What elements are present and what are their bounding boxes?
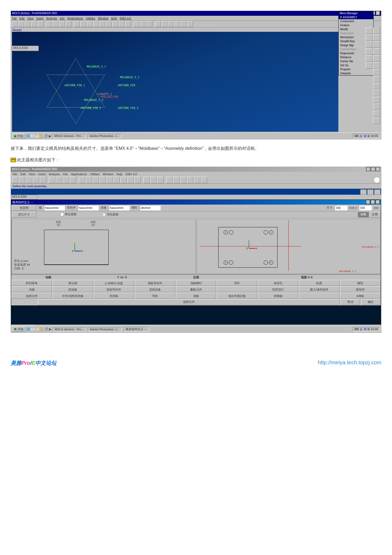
toolbar-button[interactable] — [146, 21, 152, 27]
right-tool-button[interactable] — [366, 41, 373, 48]
menu-manager-active[interactable]: ▼ ASSEMBLY — [339, 15, 373, 19]
menu-emx[interactable]: EMX 4.0 — [126, 173, 137, 176]
btn-new-assembly[interactable]: 新组件 — [340, 286, 381, 292]
toolbar-button[interactable] — [12, 177, 18, 183]
emx-button[interactable] — [367, 189, 374, 195]
toolbar-button[interactable] — [157, 177, 164, 183]
mm-item-feature[interactable]: Feature — [339, 23, 373, 27]
menu-file[interactable]: File — [12, 17, 17, 20]
right-tool-button[interactable] — [373, 69, 380, 75]
toolbar-button[interactable] — [25, 21, 31, 27]
mm-item-integrate[interactable]: Integrate — [339, 71, 373, 75]
menu-edit[interactable]: Edit — [19, 17, 25, 20]
input-plate-supplier[interactable] — [44, 205, 65, 210]
btn-model[interactable]: 模型 — [340, 280, 381, 286]
right-tool-button[interactable] — [373, 83, 380, 89]
toolbar-button[interactable] — [19, 177, 25, 183]
toolbar-button[interactable] — [59, 21, 65, 27]
btn-select-component[interactable]: 选择元件 — [38, 299, 340, 305]
right-tool-button[interactable] — [366, 48, 373, 55]
model-tab-2[interactable]: MOLD.ASM — [11, 195, 38, 200]
right-tool-button[interactable] — [373, 55, 380, 62]
dialog-close[interactable]: × — [375, 200, 380, 204]
toolbar-button[interactable] — [80, 21, 86, 27]
right-tool-button[interactable] — [373, 104, 380, 110]
btn-add-guide[interactable]: 添加导向件 — [94, 286, 134, 292]
toolbar-button[interactable] — [125, 21, 131, 27]
input-equipment-supplier[interactable] — [109, 205, 130, 210]
menu-edit[interactable]: Edit — [21, 173, 26, 176]
btn-shell-clamp[interactable]: 外壳/顶部夹持板 — [53, 293, 93, 299]
start-button[interactable]: ▣开始 — [12, 134, 25, 139]
button-moving-half[interactable]: 动模 — [357, 212, 369, 217]
taskbar-item[interactable]: MOLD (Active) - Pro… — [52, 327, 86, 331]
right-tool-button[interactable] — [373, 76, 380, 82]
checkbox-optimize[interactable]: ✓ — [102, 213, 106, 216]
toolbar-button[interactable] — [113, 177, 120, 183]
toolbar-button[interactable] — [168, 21, 174, 27]
toolbar-button[interactable] — [56, 177, 62, 183]
model-tab[interactable]: MOLD.ASM — [12, 46, 39, 51]
btn-ok[interactable]: 确定 — [361, 299, 380, 305]
viewport[interactable]: MOLD.ASM MOLDBASE_X_Y MOLDBASE_X_Z MOLDB… — [12, 32, 338, 132]
right-tool-button[interactable] — [373, 90, 380, 96]
toolbar-button[interactable] — [79, 177, 85, 183]
emx-button[interactable] — [360, 189, 367, 195]
right-tool-button[interactable] — [373, 118, 380, 124]
mm-item-component[interactable]: Component — [339, 19, 373, 23]
btn-reset-pin[interactable]: 复位销 — [53, 280, 93, 286]
menu-applications[interactable]: Applications — [67, 17, 83, 20]
toolbar-button[interactable] — [46, 21, 52, 27]
menu-emx[interactable]: EMX 4.0 — [120, 17, 131, 20]
right-tool-button[interactable] — [366, 28, 373, 34]
right-tool-button[interactable] — [373, 41, 380, 48]
dialog-minimize[interactable]: _ — [366, 200, 370, 204]
right-tool-button[interactable] — [366, 34, 373, 41]
toolbar-button[interactable] — [187, 21, 193, 27]
right-tool-button[interactable] — [366, 55, 373, 62]
toolbar-button[interactable] — [70, 177, 76, 183]
toolbar-button[interactable] — [38, 21, 43, 27]
toolbar-button[interactable] — [155, 21, 161, 27]
btn-ejector-fix-plate[interactable]: 顶出件固定板 — [217, 293, 257, 299]
toolbar-button[interactable] — [134, 21, 140, 27]
btn-soft-mold-plate[interactable]: 软模板 — [258, 293, 298, 299]
btn-cancel[interactable]: 取消 — [341, 299, 360, 305]
toolbar-button[interactable] — [143, 177, 150, 183]
menu-view[interactable]: View — [29, 173, 35, 176]
toolbar-button[interactable] — [100, 21, 105, 27]
close-button[interactable]: × — [376, 11, 380, 15]
toolbar-button[interactable] — [40, 177, 46, 183]
taskbar-item[interactable]: 模具组件定义 - - — [123, 327, 149, 332]
menu-window[interactable]: Window — [98, 17, 108, 20]
viewport-top[interactable]: 3 1 4 2 YXZ MOLDBASE_X_Y MOLDBASE_Y_Z — [197, 219, 381, 274]
toolbar-button[interactable] — [93, 21, 99, 27]
menu-view[interactable]: View — [27, 17, 34, 20]
viewport-side[interactable]: K20 22 K20 22 YZX 开孔 0 mm 安装高度 44 行程 -3 — [12, 219, 196, 274]
toolbar-button[interactable] — [53, 21, 58, 27]
button-fixed-half[interactable]: 定模 — [369, 212, 381, 217]
toolbar-button[interactable] — [33, 177, 39, 183]
toolbar-button[interactable] — [174, 21, 180, 27]
btn-ab-plate[interactable]: A/B板 — [340, 293, 381, 299]
forum-url[interactable]: http://meiya.tech.topzj.com — [318, 359, 381, 367]
btn-top-guide[interactable]: 顶板导向件 — [135, 280, 175, 286]
toolbar-button[interactable] — [127, 177, 134, 183]
toolbar-button[interactable] — [31, 21, 37, 27]
toolbar-button[interactable] — [112, 21, 118, 27]
toolbar-button[interactable] — [140, 21, 146, 27]
btn-add-equipment[interactable]: 添加设备 — [135, 286, 175, 292]
toolbar-button[interactable] — [181, 21, 187, 27]
toolbar-button[interactable] — [65, 21, 71, 27]
toolbar-button[interactable] — [26, 177, 32, 183]
toolbar-button[interactable] — [134, 177, 141, 183]
btn-delete-component[interactable]: 删除元件 — [176, 286, 216, 292]
menu-info[interactable]: Info — [63, 173, 68, 176]
menu-applications[interactable]: Applications — [71, 173, 87, 176]
right-tool-button[interactable] — [373, 111, 380, 117]
taskbar-item[interactable]: Adobe Photoshop - [… — [88, 327, 122, 331]
toolbar-button[interactable] — [87, 21, 93, 27]
toolbar-button[interactable] — [93, 177, 99, 183]
btn-cavity-cut[interactable]: 型腔切口 — [258, 286, 298, 292]
right-tool-button[interactable] — [373, 48, 380, 55]
